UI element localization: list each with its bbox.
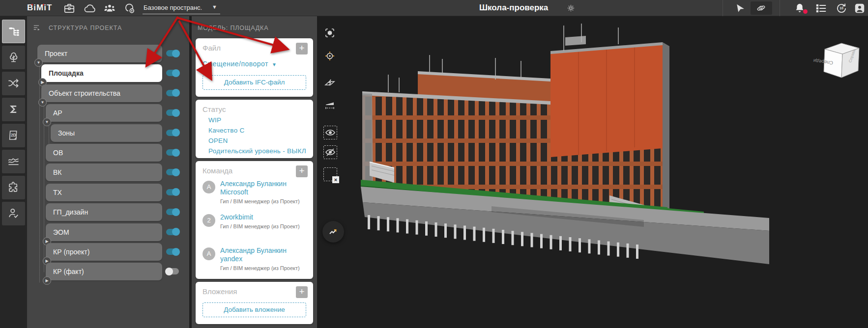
- tree-item-label: Площадка: [49, 69, 84, 77]
- structure-panel-title: СТРУКТУРА ПРОЕКТА: [49, 25, 122, 31]
- toggle-knob: [172, 69, 180, 77]
- tool-show-selected[interactable]: [323, 126, 337, 139]
- status-item-2[interactable]: OPEN: [208, 137, 308, 144]
- trend-button[interactable]: [322, 221, 344, 243]
- panel-menu-icon[interactable]: [32, 23, 42, 32]
- list-icon[interactable]: [815, 2, 828, 15]
- visibility-toggle-10[interactable]: [166, 248, 179, 255]
- chevron-down-icon: ▼: [212, 4, 217, 10]
- add-ifc-button[interactable]: Добавить IFC-файл: [203, 75, 306, 90]
- briefcase-icon[interactable]: [63, 2, 76, 15]
- tree-item-2[interactable]: Объект строительства▼: [41, 84, 162, 102]
- avatar: A: [203, 247, 215, 260]
- tool-hide-selected[interactable]: [323, 145, 337, 159]
- tree-guide-line: [39, 62, 40, 282]
- visibility-toggle-11[interactable]: [166, 268, 179, 274]
- settings-icon[interactable]: [566, 3, 576, 13]
- visibility-toggle-7[interactable]: [166, 189, 179, 195]
- status-item-1[interactable]: Качество С: [208, 127, 308, 134]
- bimit-app: BiMiT Базовое пространс... ▼ Школа-прове…: [0, 0, 868, 328]
- rail-totals[interactable]: [2, 98, 25, 121]
- tool-measure[interactable]: [323, 99, 337, 112]
- visibility-toggle-9[interactable]: [166, 229, 179, 235]
- visibility-toggle-4[interactable]: [166, 130, 179, 136]
- tool-orbit-target[interactable]: [323, 50, 337, 63]
- tree-item-4[interactable]: Зоны: [51, 124, 162, 142]
- tree-item-label: Зоны: [58, 129, 75, 137]
- visibility-toggle-8[interactable]: [166, 209, 179, 215]
- account-icon[interactable]: [853, 2, 866, 15]
- tree-item-7[interactable]: ТХ: [46, 184, 162, 201]
- tree-item-6[interactable]: ВК: [46, 164, 162, 181]
- tool-section-plane[interactable]: [323, 77, 337, 90]
- page-title: Школа-проверка: [479, 3, 548, 13]
- status-card-label: Статус: [203, 105, 226, 113]
- visibility-toggle-0[interactable]: [166, 50, 179, 56]
- model-panel-title: МОДЕЛЬ: ПЛОЩАДКА: [198, 25, 268, 31]
- rail-user-tasks[interactable]: [2, 202, 25, 225]
- status-list: WIPКачество СOPENРодительский уровень - …: [203, 116, 308, 158]
- team-icon[interactable]: [103, 2, 116, 15]
- add-attachment-plus-button[interactable]: +: [296, 286, 308, 298]
- tree-item-8[interactable]: ГП_дизайн: [46, 203, 162, 221]
- history-count: 10: [838, 6, 845, 10]
- toggle-knob: [165, 268, 173, 275]
- toggle-knob: [172, 208, 180, 216]
- toggle-knob: [172, 50, 180, 57]
- rail-model-tree[interactable]: [2, 46, 25, 69]
- tree-item-label: ЭОМ: [53, 228, 69, 236]
- workspace-select[interactable]: Базовое пространс... ▼: [143, 2, 220, 14]
- status-item-3[interactable]: Родительский уровень - ВЫКЛ: [208, 147, 308, 155]
- add-attachment-button[interactable]: Добавить вложение: [203, 302, 306, 317]
- visibility-toggle-3[interactable]: [166, 109, 179, 116]
- tree-item-10[interactable]: КР (проект)▶: [46, 243, 162, 261]
- cloud-icon[interactable]: [84, 2, 96, 15]
- team-card: Команда + AАлександр Буланкин MicrosoftГ…: [196, 161, 313, 279]
- toggle-knob: [172, 168, 180, 176]
- tree-item-3[interactable]: АР▼: [46, 104, 162, 122]
- avatar: A: [203, 181, 215, 193]
- status-item-0[interactable]: WIP: [208, 116, 308, 124]
- tree-item-0[interactable]: Проект▼: [37, 45, 162, 62]
- tree-item-9[interactable]: ЭОМ▶: [46, 223, 162, 241]
- add-file-plus-button[interactable]: +: [296, 43, 308, 55]
- rail-connections[interactable]: [2, 72, 25, 95]
- tree-item-5[interactable]: ОВ: [46, 144, 162, 162]
- visibility-toggle-2[interactable]: [166, 90, 179, 96]
- bimit-logo[interactable]: BiMiT: [27, 3, 52, 13]
- pointer-icon[interactable]: [734, 2, 746, 14]
- visibility-toggle-6[interactable]: [166, 169, 179, 175]
- offset-rotate-link[interactable]: Смещение/поворот▼: [203, 60, 277, 68]
- tool-clear-isolation[interactable]: ×: [323, 167, 337, 181]
- add-member-plus-button[interactable]: +: [296, 165, 308, 177]
- logo-text: BiMiT: [27, 3, 52, 12]
- rail-drawings-2d[interactable]: 2D: [2, 124, 25, 147]
- logo-accent-dot: [31, 4, 33, 5]
- toggle-knob: [172, 149, 180, 157]
- team-member-1: 22workbimitГип / BIM менеджер (из Проект…: [203, 213, 308, 239]
- rail-charts[interactable]: [2, 150, 25, 173]
- viewport-3d[interactable]: Спереди Справа: [317, 16, 868, 328]
- tree-item-11[interactable]: КР (факт)▶: [46, 263, 162, 280]
- tool-fit-view[interactable]: [323, 27, 337, 40]
- clear-x-icon: ×: [332, 176, 339, 183]
- member-name-link[interactable]: 2workbimit: [220, 213, 306, 221]
- file-card-label: Файл: [203, 44, 221, 52]
- collapse-chevron-icon[interactable]: ▼: [38, 98, 47, 107]
- tree-item-label: АР: [53, 109, 62, 117]
- visibility-toggle-5[interactable]: [166, 149, 179, 156]
- visibility-toggle-1[interactable]: [166, 70, 179, 76]
- rail-plugins[interactable]: [2, 176, 25, 199]
- orbit-3d-icon[interactable]: [751, 1, 772, 15]
- member-name-link[interactable]: Александр Буланкин Microsoft: [220, 180, 306, 196]
- tree-item-label: КР (проект): [53, 248, 89, 256]
- rail-project-structure[interactable]: [2, 20, 25, 43]
- member-name-link[interactable]: Александр Буланкин yandex: [220, 246, 306, 263]
- trend-icon: [327, 226, 339, 238]
- team-card-label: Команда: [203, 166, 232, 175]
- attachments-card-label: Вложения: [203, 287, 237, 296]
- structure-panel-header: СТРУКТУРА ПРОЕКТА: [32, 23, 180, 33]
- badge-icon[interactable]: [123, 2, 136, 15]
- tree-item-1[interactable]: Площадка▶: [41, 64, 162, 82]
- tree-guide-line: [44, 104, 44, 272]
